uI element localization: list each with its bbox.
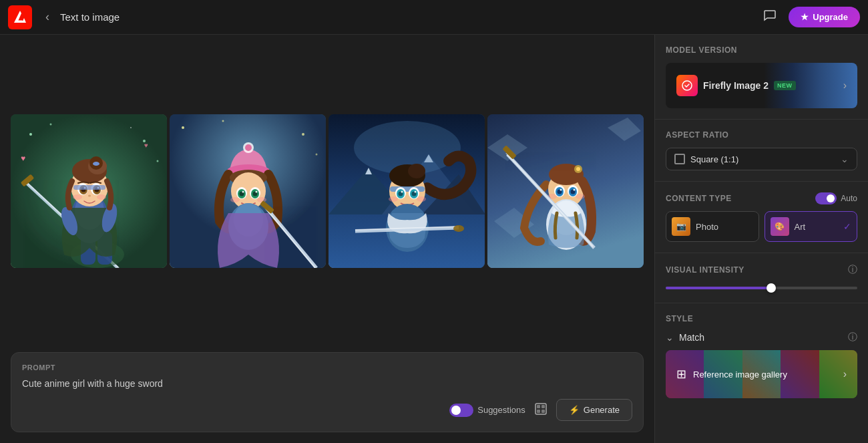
svg-point-106 bbox=[576, 194, 585, 199]
content-type-header: Content type Auto bbox=[666, 192, 857, 204]
prompt-label: Prompt bbox=[22, 363, 632, 372]
svg-point-42 bbox=[316, 153, 318, 155]
visual-intensity-section: Visual intensity ⓘ bbox=[655, 253, 868, 303]
auto-toggle[interactable]: Auto bbox=[815, 192, 857, 204]
generated-image-3[interactable] bbox=[329, 114, 485, 268]
svg-point-41 bbox=[302, 133, 304, 136]
match-info-icon[interactable]: ⓘ bbox=[848, 331, 857, 343]
svg-point-36 bbox=[97, 194, 106, 200]
generate-button[interactable]: ⚡ Generate bbox=[556, 399, 632, 421]
aspect-square-icon bbox=[674, 154, 685, 164]
aspect-ratio-section: Aspect ratio Square (1:1) ⌄ bbox=[655, 120, 868, 182]
svg-point-7 bbox=[130, 127, 132, 128]
gallery-icon-button[interactable] bbox=[532, 400, 550, 420]
canvas-area: ♥ ♥ bbox=[0, 35, 654, 443]
match-chevron-icon: ⌄ bbox=[666, 332, 674, 343]
svg-point-34 bbox=[88, 194, 91, 196]
svg-point-104 bbox=[574, 188, 576, 190]
intensity-slider[interactable] bbox=[666, 284, 857, 292]
svg-point-82 bbox=[415, 190, 417, 192]
prompt-actions: Suggestions ⚡ Generate bbox=[22, 399, 632, 421]
svg-point-25 bbox=[93, 162, 99, 166]
new-badge: NEW bbox=[774, 81, 796, 90]
svg-point-57 bbox=[230, 197, 240, 202]
style-header: Style bbox=[666, 314, 857, 323]
style-title: Style bbox=[666, 314, 693, 323]
intensity-info-icon[interactable]: ⓘ bbox=[848, 264, 857, 276]
suggestions-label: Suggestions bbox=[477, 405, 525, 415]
style-section: Style ⌄ Match ⓘ ⊞ Reference image galle bbox=[655, 303, 868, 409]
aspect-ratio-title: Aspect ratio bbox=[666, 130, 857, 140]
suggestions-toggle-switch[interactable] bbox=[449, 404, 473, 417]
model-name: Firefly Image 2 bbox=[703, 80, 769, 91]
intensity-header: Visual intensity ⓘ bbox=[666, 264, 857, 276]
svg-point-83 bbox=[389, 196, 398, 202]
sidebar: Model version Firefly Image 2 NEW › bbox=[654, 35, 868, 443]
model-version-title: Model version bbox=[666, 45, 857, 55]
photo-icon: 📷 bbox=[672, 217, 690, 236]
intensity-title: Visual intensity bbox=[666, 265, 744, 275]
ref-gallery-label: Reference image gallery bbox=[693, 370, 837, 380]
art-label: Art bbox=[795, 222, 806, 232]
svg-rect-115 bbox=[537, 410, 540, 413]
suggestions-toggle[interactable]: Suggestions bbox=[449, 404, 525, 417]
svg-text:♥: ♥ bbox=[21, 154, 25, 163]
svg-point-35 bbox=[73, 194, 82, 200]
svg-point-40 bbox=[222, 120, 224, 122]
content-option-photo[interactable]: 📷 Photo bbox=[666, 211, 759, 242]
svg-point-58 bbox=[257, 197, 266, 202]
slider-thumb[interactable] bbox=[767, 283, 776, 293]
svg-point-46 bbox=[245, 144, 252, 151]
generated-image-2[interactable] bbox=[170, 114, 326, 268]
content-type-options: 📷 Photo 🎨 Art ✓ bbox=[666, 211, 857, 242]
match-row[interactable]: ⌄ Match ⓘ bbox=[666, 331, 857, 343]
art-check-icon: ✓ bbox=[843, 221, 851, 232]
auto-label: Auto bbox=[841, 194, 857, 203]
svg-point-56 bbox=[256, 190, 258, 192]
svg-rect-74 bbox=[390, 186, 425, 192]
reference-gallery-card[interactable]: ⊞ Reference image gallery › bbox=[666, 350, 857, 398]
ref-gallery-chevron-icon: › bbox=[843, 368, 847, 380]
auto-toggle-switch[interactable] bbox=[815, 192, 837, 204]
aspect-ratio-select[interactable]: Square (1:1) ⌄ bbox=[666, 148, 857, 170]
svg-point-5 bbox=[50, 123, 52, 125]
svg-rect-113 bbox=[537, 405, 540, 408]
svg-point-103 bbox=[560, 188, 562, 190]
chat-icon-button[interactable] bbox=[759, 5, 781, 29]
svg-point-39 bbox=[182, 126, 184, 129]
svg-point-55 bbox=[242, 190, 244, 192]
model-version-section: Model version Firefly Image 2 NEW › bbox=[655, 35, 868, 120]
content-type-title: Content type bbox=[666, 194, 732, 203]
art-icon: 🎨 bbox=[771, 217, 789, 236]
svg-point-84 bbox=[417, 196, 426, 202]
header-title: Text to image bbox=[60, 11, 120, 23]
svg-point-96 bbox=[576, 167, 580, 171]
back-button[interactable]: ‹ bbox=[40, 7, 55, 27]
header: ‹ Text to image ★ Upgrade bbox=[0, 0, 868, 35]
svg-point-81 bbox=[401, 190, 403, 192]
prompt-text[interactable]: Cute anime girl with a huge sword bbox=[22, 377, 632, 391]
slider-track bbox=[666, 287, 857, 289]
model-chevron-icon: › bbox=[843, 80, 847, 92]
svg-rect-116 bbox=[541, 410, 545, 413]
upgrade-label: Upgrade bbox=[813, 12, 848, 22]
match-label: Match bbox=[679, 332, 843, 343]
image-grid: ♥ ♥ bbox=[0, 35, 654, 341]
generate-icon: ⚡ bbox=[569, 405, 580, 415]
content-option-art[interactable]: 🎨 Art ✓ bbox=[765, 211, 858, 242]
generated-image-4[interactable] bbox=[487, 114, 644, 268]
prompt-box[interactable]: Prompt Cute anime girl with a huge sword… bbox=[11, 352, 644, 432]
ref-gallery-overlay: ⊞ Reference image gallery › bbox=[666, 350, 857, 398]
generate-label: Generate bbox=[584, 405, 620, 415]
svg-rect-114 bbox=[541, 405, 545, 408]
generated-image-1[interactable]: ♥ ♥ bbox=[11, 114, 167, 268]
model-icon bbox=[676, 75, 698, 96]
upgrade-button[interactable]: ★ Upgrade bbox=[789, 7, 860, 27]
svg-point-73 bbox=[408, 164, 425, 178]
model-card-content: Firefly Image 2 NEW › bbox=[666, 67, 857, 104]
adobe-logo bbox=[8, 5, 32, 29]
svg-point-88 bbox=[453, 225, 464, 232]
svg-point-4 bbox=[29, 133, 32, 136]
model-card[interactable]: Firefly Image 2 NEW › bbox=[666, 63, 857, 108]
svg-rect-37 bbox=[73, 185, 105, 190]
